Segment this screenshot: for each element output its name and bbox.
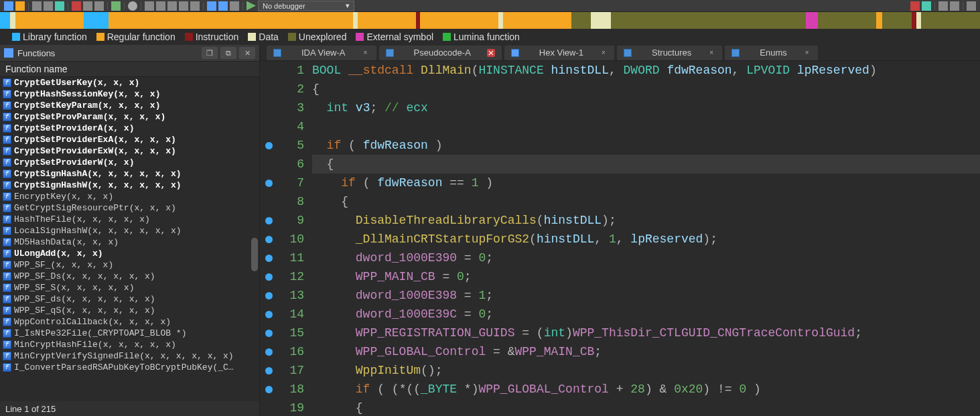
overview-segment[interactable] — [358, 12, 417, 29]
function-row[interactable]: fMinCryptVerifySignedFile(x, x, x, x, x,… — [0, 350, 259, 362]
tb-icon[interactable] — [156, 1, 165, 11]
function-row[interactable]: fCryptSetProviderA(x, x) — [0, 123, 259, 134]
code-line[interactable]: { — [312, 192, 980, 211]
function-row[interactable]: fCryptGetUserKey(x, x, x) — [0, 77, 259, 88]
gutter-line[interactable]: 18 — [260, 380, 304, 399]
function-row[interactable]: fI_IsNtPe32File(_CRYPTOAPI_BLOB *) — [0, 328, 259, 339]
tb-icon[interactable] — [55, 1, 64, 11]
tb-icon[interactable] — [910, 1, 920, 11]
tb-icon[interactable] — [967, 1, 976, 11]
code-line[interactable]: WppInitUm(); — [312, 361, 980, 380]
gutter-line[interactable]: 4 — [260, 117, 304, 136]
function-row[interactable]: fCryptSignHashW(x, x, x, x, x, x) — [0, 180, 259, 191]
tab-ida-view-a[interactable]: IDA View-A× — [267, 46, 376, 60]
breakpoint-icon[interactable] — [265, 330, 273, 337]
breakpoint-icon[interactable] — [265, 348, 273, 356]
overview-segment[interactable] — [912, 12, 916, 29]
code-line[interactable]: if ( fdwReason == 1 ) — [312, 174, 980, 192]
code-line[interactable]: if ( (*((_BYTE *)WPP_GLOBAL_Control + 28… — [312, 380, 980, 399]
overview-segment[interactable] — [353, 12, 358, 29]
function-row[interactable]: fCryptSetProviderExA(x, x, x, x) — [0, 134, 259, 145]
tab-enums[interactable]: Enums× — [725, 46, 817, 60]
breakpoint-icon[interactable] — [265, 180, 273, 187]
gutter-line[interactable]: 19 — [260, 399, 304, 416]
overview-segment[interactable] — [84, 12, 108, 29]
code-line[interactable]: dword_1000E39C = 0; — [312, 305, 980, 324]
panel-restore-button[interactable]: ❐ — [202, 47, 218, 59]
code-line[interactable]: WPP_REGISTRATION_GUIDS = (int)WPP_ThisDi… — [312, 324, 980, 342]
overview-segment[interactable] — [818, 12, 877, 29]
pseudocode-view[interactable]: 12345678910111213141516171819 BOOL __std… — [260, 61, 980, 416]
code-line[interactable]: dword_1000E398 = 1; — [312, 286, 980, 305]
overview-segment[interactable] — [882, 12, 912, 29]
overview-segment[interactable] — [916, 12, 921, 29]
gutter-line[interactable]: 6 — [260, 155, 304, 174]
function-row[interactable]: fHashTheFile(x, x, x, x, x) — [0, 214, 259, 225]
tab-structures[interactable]: Structures× — [617, 46, 722, 60]
line-gutter[interactable]: 12345678910111213141516171819 — [260, 61, 312, 416]
function-row[interactable]: fWPP_SF_Ds(x, x, x, x, x, x) — [0, 271, 259, 282]
code-line[interactable]: BOOL __stdcall DllMain(HINSTANCE hinstDL… — [312, 61, 980, 80]
tb-icon[interactable] — [32, 1, 42, 11]
gutter-line[interactable]: 16 — [260, 342, 304, 361]
tb-icon[interactable] — [111, 1, 121, 11]
breakpoint-icon[interactable] — [265, 386, 273, 393]
debugger-combo[interactable]: No debugger▾ — [258, 1, 354, 11]
tab-close-icon[interactable]: × — [362, 49, 370, 57]
function-row[interactable]: fWPP_SF_qS(x, x, x, x, x, x) — [0, 305, 259, 316]
tab-pseudocode-a[interactable]: Pseudocode-A× — [379, 46, 502, 60]
tab-close-icon[interactable]: × — [803, 49, 811, 57]
gutter-line[interactable]: 12 — [260, 267, 304, 286]
breakpoint-icon[interactable] — [265, 236, 273, 243]
overview-segment[interactable] — [109, 12, 353, 29]
code-line[interactable]: int v3; // ecx — [312, 98, 980, 117]
tb-icon[interactable] — [15, 1, 25, 11]
gutter-line[interactable]: 5 — [260, 136, 304, 155]
tab-close-icon[interactable]: × — [707, 49, 715, 57]
scrollbar-thumb[interactable] — [251, 238, 258, 271]
tb-icon[interactable] — [145, 1, 154, 11]
tb-play-icon[interactable] — [247, 1, 256, 11]
overview-segment[interactable] — [503, 12, 571, 29]
tab-hex-view-1[interactable]: Hex View-1× — [504, 46, 614, 60]
function-row[interactable]: fCryptSetProviderW(x, x) — [0, 157, 259, 168]
source-area[interactable]: BOOL __stdcall DllMain(HINSTANCE hinstDL… — [312, 61, 980, 416]
tb-icon[interactable] — [207, 1, 216, 11]
function-row[interactable]: fULongAdd(x, x, x) — [0, 248, 259, 259]
code-line[interactable]: dword_1000E390 = 0; — [312, 249, 980, 267]
tab-close-icon[interactable]: × — [600, 49, 608, 57]
tb-icon[interactable] — [4, 1, 13, 11]
code-line[interactable]: { — [312, 399, 980, 416]
gutter-line[interactable]: 13 — [260, 286, 304, 305]
function-name-column[interactable]: Function name — [0, 61, 259, 77]
breakpoint-icon[interactable] — [265, 255, 273, 262]
function-row[interactable]: fCryptSetProvParam(x, x, x, x) — [0, 111, 259, 123]
tb-icon[interactable] — [190, 1, 200, 11]
tb-icon[interactable] — [167, 1, 177, 11]
function-row[interactable]: fWPP_SF_S(x, x, x, x, x) — [0, 282, 259, 293]
tb-icon[interactable] — [938, 1, 948, 11]
function-row[interactable]: fI_ConvertParsedRSAPubKeyToBCryptPubKey(… — [0, 362, 259, 373]
overview-segment[interactable] — [420, 12, 498, 29]
panel-dock-button[interactable]: ⧉ — [220, 47, 236, 59]
code-line[interactable]: { — [312, 80, 980, 98]
breakpoint-icon[interactable] — [265, 292, 273, 299]
function-row[interactable]: fEncryptKey(x, x, x) — [0, 191, 259, 202]
gutter-line[interactable]: 7 — [260, 174, 304, 192]
overview-segment[interactable] — [15, 12, 84, 29]
overview-segment[interactable] — [876, 12, 882, 29]
tab-close-icon[interactable]: × — [487, 49, 495, 57]
functions-list[interactable]: fCryptGetUserKey(x, x, x)fCryptHashSessi… — [0, 77, 259, 401]
function-row[interactable]: fCryptHashSessionKey(x, x, x) — [0, 88, 259, 100]
function-row[interactable]: fWPP_SF_ds(x, x, x, x, x, x) — [0, 293, 259, 305]
panel-close-button[interactable]: ✕ — [239, 47, 255, 59]
tb-gear-icon[interactable] — [128, 1, 137, 11]
function-row[interactable]: fCryptSignHashA(x, x, x, x, x, x) — [0, 168, 259, 180]
gutter-line[interactable]: 17 — [260, 361, 304, 380]
tb-icon[interactable] — [72, 1, 81, 11]
gutter-line[interactable]: 10 — [260, 230, 304, 249]
function-row[interactable]: fWPP_SF_(x, x, x, x) — [0, 259, 259, 271]
function-row[interactable]: fWppControlCallback(x, x, x, x) — [0, 316, 259, 328]
code-line[interactable] — [312, 117, 980, 136]
overview-segment[interactable] — [806, 12, 818, 29]
